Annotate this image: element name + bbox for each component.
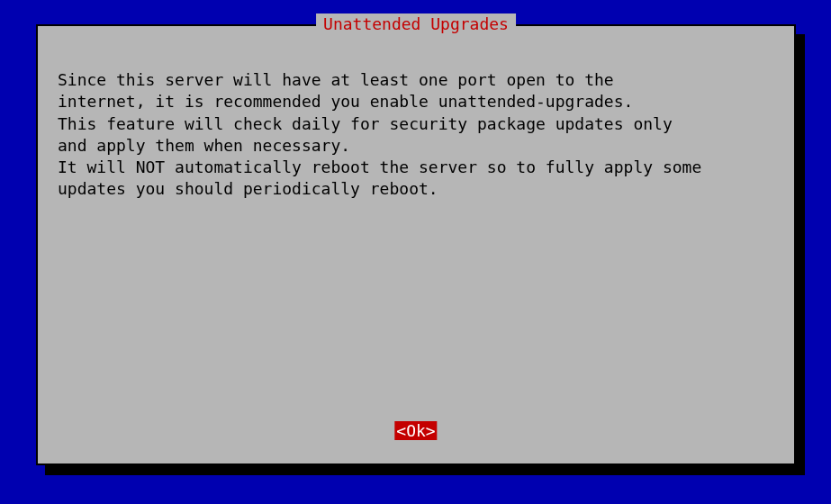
ok-button[interactable]: <Ok> (394, 421, 437, 440)
dialog-body-text: Since this server will have at least one… (58, 69, 778, 201)
dialog-title: Unattended Upgrades (316, 14, 516, 35)
dialog-box: Unattended Upgrades Since this server wi… (36, 24, 796, 465)
